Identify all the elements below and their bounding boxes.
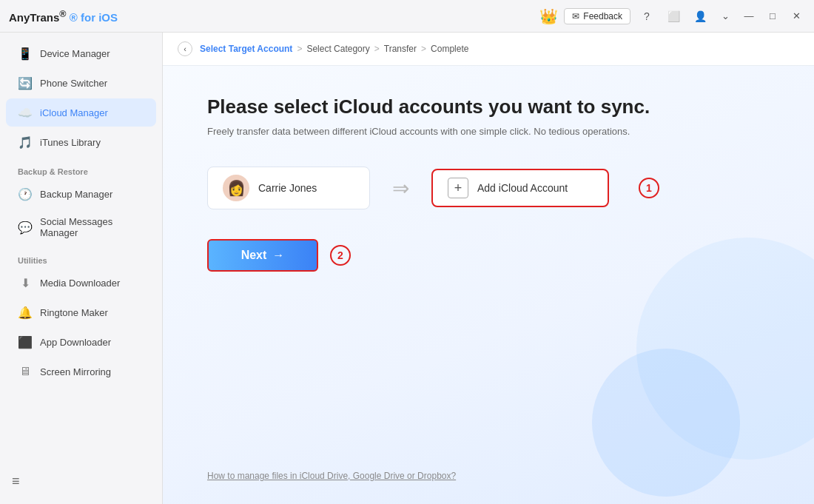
sidebar-label-app-downloader: App Downloader [40, 337, 111, 348]
page-subtitle: Freely transfer data between different i… [207, 126, 770, 137]
titlebar-right: 👑 ✉ Feedback ? ⬜ 👤 ⌄ — □ ✕ [534, 6, 805, 27]
itunes-library-icon: 🎵 [18, 135, 33, 149]
sidebar-item-itunes-library[interactable]: 🎵 iTunes Library [6, 128, 156, 156]
sidebar-label-itunes-library: iTunes Library [40, 137, 101, 148]
add-plus-icon: + [448, 178, 468, 198]
window-button[interactable]: ⬜ [663, 6, 684, 27]
profile-button[interactable]: 👤 [690, 6, 710, 27]
content-area: ‹ Select Target Account > Select Categor… [163, 33, 814, 504]
app-logo: AnyTrans® ® for iOS [9, 9, 118, 24]
account-avatar: 👩 [223, 175, 249, 201]
bottom-link-container: How to manage files in iCloud Drive, Goo… [207, 454, 770, 482]
device-manager-icon: 📱 [18, 46, 33, 61]
next-label: Next [241, 249, 267, 262]
chevron-down-icon: ⌄ [722, 10, 730, 21]
media-downloader-icon: ⬇ [18, 275, 33, 290]
icloud-manager-icon: ☁️ [18, 105, 33, 120]
account-name: Carrie Jones [258, 182, 317, 194]
sidebar-item-social-messages[interactable]: 💬 Social Messages Manager [6, 209, 156, 245]
breadcrumb-step-2: Select Category [306, 44, 369, 54]
sidebar-bottom: ≡ [0, 468, 162, 498]
hamburger-menu-button[interactable]: ≡ [12, 474, 20, 489]
mail-icon: ✉ [572, 11, 579, 21]
breadcrumb-step-3: Transfer [384, 44, 417, 54]
step-1-badge: 1 [639, 178, 659, 198]
back-button[interactable]: ‹ [178, 41, 192, 56]
maximize-button[interactable]: □ [764, 7, 781, 25]
breadcrumb: ‹ Select Target Account > Select Categor… [163, 33, 814, 66]
add-account-label: Add iCloud Account [477, 182, 568, 194]
sidebar-label-device-manager: Device Manager [40, 48, 110, 59]
step-2-badge: 2 [330, 245, 351, 266]
page-body: Please select iCloud accounts you want t… [163, 66, 814, 504]
source-account-card: 👩 Carrie Jones [207, 167, 370, 209]
maximize-icon: □ [770, 10, 776, 21]
back-icon: ‹ [184, 44, 186, 53]
transfer-arrow-icon: ⇒ [392, 176, 409, 201]
sidebar: 📱 Device Manager 🔄 Phone Switcher ☁️ iCl… [0, 33, 163, 504]
minimize-button[interactable]: — [740, 7, 758, 25]
feedback-label: Feedback [583, 11, 622, 21]
sidebar-item-backup-manager[interactable]: 🕐 Backup Manager [6, 180, 156, 208]
window-icon: ⬜ [667, 10, 680, 22]
app-downloader-icon: ⬛ [18, 335, 33, 349]
breadcrumb-sep-1: > [297, 44, 302, 54]
sidebar-label-screen-mirroring: Screen Mirroring [40, 366, 111, 377]
help-button[interactable]: ? [636, 6, 657, 27]
main-layout: 📱 Device Manager 🔄 Phone Switcher ☁️ iCl… [0, 33, 814, 504]
sidebar-label-ringtone-maker: Ringtone Maker [40, 307, 108, 318]
sidebar-item-device-manager[interactable]: 📱 Device Manager [6, 39, 156, 67]
breadcrumb-step-4: Complete [431, 44, 468, 54]
close-button[interactable]: ✕ [787, 7, 805, 25]
sidebar-item-ringtone-maker[interactable]: 🔔 Ringtone Maker [6, 298, 156, 326]
page-title: Please select iCloud accounts you want t… [207, 95, 770, 118]
social-messages-icon: 💬 [18, 220, 33, 235]
help-link[interactable]: How to manage files in iCloud Drive, Goo… [207, 471, 456, 481]
breadcrumb-sep-3: > [421, 44, 426, 54]
sidebar-item-media-downloader[interactable]: ⬇ Media Downloader [6, 269, 156, 297]
breadcrumb-sep-2: > [374, 44, 380, 54]
sidebar-item-phone-switcher[interactable]: 🔄 Phone Switcher [6, 69, 156, 97]
sidebar-label-backup-manager: Backup Manager [40, 189, 112, 200]
sidebar-item-icloud-manager[interactable]: ☁️ iCloud Manager [6, 98, 156, 127]
utilities-section-label: Utilities [6, 249, 156, 268]
titlebar: AnyTrans® ® for iOS 👑 ✉ Feedback ? ⬜ 👤 ⌄… [0, 0, 814, 33]
screen-mirroring-icon: 🖥 [18, 364, 33, 379]
add-account-card[interactable]: + Add iCloud Account [431, 169, 609, 207]
next-row: Next → 2 [207, 239, 770, 272]
chevron-button[interactable]: ⌄ [716, 7, 734, 25]
sidebar-label-icloud-manager: iCloud Manager [40, 107, 108, 118]
avatar-emoji: 👩 [227, 179, 246, 197]
phone-switcher-icon: 🔄 [18, 75, 33, 90]
close-icon: ✕ [793, 10, 801, 21]
feedback-button[interactable]: ✉ Feedback [564, 8, 630, 24]
question-icon: ? [644, 10, 650, 22]
ringtone-maker-icon: 🔔 [18, 305, 33, 320]
app-tagline: ® for iOS [70, 11, 118, 24]
backup-manager-icon: 🕐 [18, 187, 33, 201]
accounts-row: 👩 Carrie Jones ⇒ + Add iCloud Account 1 [207, 167, 770, 209]
backup-section-label: Backup & Restore [6, 160, 156, 179]
crown-icon: 👑 [539, 7, 558, 25]
sidebar-label-social-messages: Social Messages Manager [40, 216, 144, 238]
sidebar-item-screen-mirroring[interactable]: 🖥 Screen Mirroring [6, 357, 156, 386]
minimize-icon: — [744, 10, 754, 21]
sidebar-label-media-downloader: Media Downloader [40, 278, 120, 289]
sidebar-label-phone-switcher: Phone Switcher [40, 78, 107, 89]
breadcrumb-step-1: Select Target Account [200, 44, 292, 54]
sidebar-item-app-downloader[interactable]: ⬛ App Downloader [6, 328, 156, 356]
person-icon: 👤 [694, 10, 707, 22]
next-button[interactable]: Next → [207, 239, 318, 272]
next-arrow-icon: → [272, 249, 284, 262]
titlebar-left: AnyTrans® ® for iOS [9, 9, 118, 24]
